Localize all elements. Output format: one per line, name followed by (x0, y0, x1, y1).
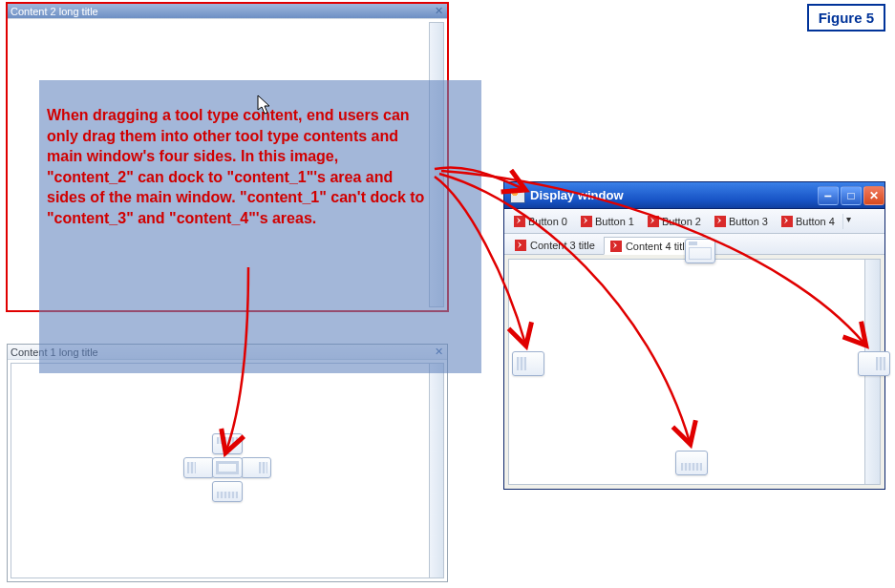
play-icon (515, 240, 526, 251)
play-icon (648, 216, 659, 227)
toolbar-button-1-label: Button 1 (595, 216, 634, 227)
dock-target-center[interactable] (212, 457, 243, 478)
dock-target-right[interactable] (241, 457, 271, 478)
toolbar-button-4-label: Button 4 (796, 216, 835, 227)
scrollbar[interactable] (429, 363, 444, 578)
toolbar-button-0[interactable]: Button 0 (508, 212, 573, 231)
close-button[interactable]: ✕ (863, 186, 884, 205)
tab-content-4-label: Content 4 title (626, 241, 691, 252)
panel-content-1-title: Content 1 long title (11, 346, 98, 358)
toolbar-button-2-label: Button 2 (662, 216, 701, 227)
tab-content-3-label: Content 3 title (530, 240, 595, 251)
toolbar-button-1[interactable]: Button 1 (575, 212, 640, 231)
toolbar-button-0-label: Button 0 (528, 216, 567, 227)
panel-content-2-titlebar[interactable]: Content 2 long title ✕ (8, 4, 447, 19)
tab-drag-preview (685, 239, 715, 263)
toolbar-button-2[interactable]: Button 2 (642, 212, 707, 231)
play-icon (581, 216, 592, 227)
panel-content-2-title: Content 2 long title (11, 6, 98, 17)
toolbar: Button 0 Button 1 Button 2 Button 3 Butt… (504, 209, 884, 234)
toolbar-button-3-label: Button 3 (729, 216, 768, 227)
annotation-text: When dragging a tool type content, end u… (47, 105, 429, 229)
toolbar-button-4[interactable]: Button 4 (776, 212, 841, 231)
dock-target-window-right[interactable] (858, 351, 890, 376)
play-icon (781, 216, 793, 227)
dock-target-window-bottom[interactable] (675, 451, 708, 475)
close-icon[interactable]: ✕ (433, 6, 444, 17)
scrollbar[interactable] (429, 22, 444, 307)
dock-target-left[interactable] (183, 457, 214, 478)
maximize-button[interactable]: □ (841, 186, 862, 205)
close-icon[interactable]: ✕ (433, 346, 444, 358)
play-icon (714, 216, 726, 227)
panel-content-1-titlebar[interactable]: Content 1 long title ✕ (8, 345, 447, 360)
play-icon (610, 241, 622, 252)
figure-label: Figure 5 (807, 4, 885, 32)
dock-target-bottom[interactable] (212, 481, 243, 502)
dock-compass (180, 420, 275, 515)
dock-target-window-left[interactable] (512, 351, 544, 376)
toolbar-button-3[interactable]: Button 3 (709, 212, 774, 231)
toolbar-overflow[interactable]: ▾ (842, 214, 854, 229)
display-window[interactable]: Display window ‒ □ ✕ Button 0 Button 1 B… (503, 181, 885, 490)
tab-content-3[interactable]: Content 3 title (508, 236, 602, 254)
app-icon (510, 188, 525, 203)
minimize-button[interactable]: ‒ (818, 186, 839, 205)
dock-target-top[interactable] (212, 433, 243, 454)
display-window-title: Display window (530, 188, 624, 202)
play-icon (514, 216, 525, 227)
display-window-titlebar[interactable]: Display window ‒ □ ✕ (504, 182, 884, 209)
